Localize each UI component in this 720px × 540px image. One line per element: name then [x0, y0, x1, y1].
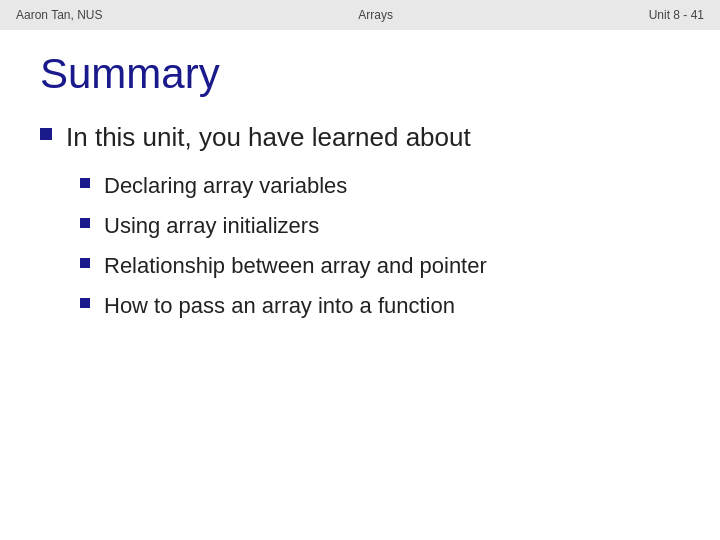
- sub-bullet-item: Relationship between array and pointer: [80, 253, 680, 279]
- sub-bullets-list: Declaring array variablesUsing array ini…: [80, 173, 680, 319]
- content-area: Summary In this unit, you have learned a…: [0, 30, 720, 353]
- sub-bullet-icon: [80, 298, 90, 308]
- header-bar: Aaron Tan, NUS Arrays Unit 8 - 41: [0, 0, 720, 30]
- sub-bullet-icon: [80, 258, 90, 268]
- sub-bullet-text: Using array initializers: [104, 213, 319, 239]
- sub-bullet-item: Declaring array variables: [80, 173, 680, 199]
- sub-bullet-item: Using array initializers: [80, 213, 680, 239]
- header-center: Arrays: [358, 8, 393, 22]
- header-left: Aaron Tan, NUS: [16, 8, 103, 22]
- main-bullet-text: In this unit, you have learned about: [66, 122, 471, 153]
- slide-title: Summary: [40, 50, 680, 98]
- sub-bullet-text: Relationship between array and pointer: [104, 253, 487, 279]
- sub-bullet-item: How to pass an array into a function: [80, 293, 680, 319]
- slide: Aaron Tan, NUS Arrays Unit 8 - 41 Summar…: [0, 0, 720, 540]
- sub-bullet-text: How to pass an array into a function: [104, 293, 455, 319]
- header-right: Unit 8 - 41: [649, 8, 704, 22]
- main-bullet-icon: [40, 128, 52, 140]
- main-bullet: In this unit, you have learned about: [40, 122, 680, 153]
- sub-bullet-text: Declaring array variables: [104, 173, 347, 199]
- sub-bullet-icon: [80, 218, 90, 228]
- sub-bullet-icon: [80, 178, 90, 188]
